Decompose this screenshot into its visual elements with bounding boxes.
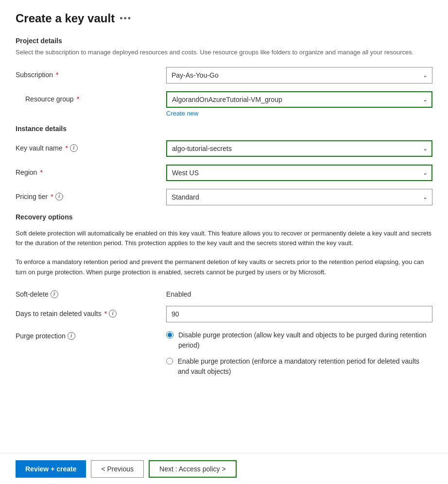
region-select[interactable]: West US xyxy=(166,165,432,181)
pricing-tier-required: * xyxy=(51,193,53,200)
next-button[interactable]: Next : Access policy > xyxy=(149,460,237,478)
key-vault-name-label: Key vault name xyxy=(16,144,63,152)
soft-delete-info-icon[interactable]: i xyxy=(51,290,58,298)
purge-protection-info-icon[interactable]: i xyxy=(68,332,75,340)
project-details-desc: Select the subscription to manage deploy… xyxy=(16,48,432,57)
days-retain-input[interactable] xyxy=(166,306,432,322)
region-label: Region xyxy=(16,168,37,176)
purge-disable-label: Disable purge protection (allow key vaul… xyxy=(178,330,432,350)
page-title: Create a key vault xyxy=(16,12,115,25)
purge-protection-label: Purge protection xyxy=(16,332,66,340)
key-vault-name-info-icon[interactable]: i xyxy=(70,144,78,152)
pricing-tier-info-icon[interactable]: i xyxy=(55,193,63,200)
region-required: * xyxy=(40,168,42,176)
resource-group-required: * xyxy=(77,95,79,103)
purge-disable-radio[interactable] xyxy=(166,331,173,339)
key-vault-name-select[interactable]: algo-tutorial-secrets xyxy=(166,140,432,157)
subscription-required: * xyxy=(56,71,58,79)
days-retain-info-icon[interactable]: i xyxy=(109,310,117,317)
resource-group-label: Resource group xyxy=(25,95,74,103)
recovery-options-title: Recovery options xyxy=(16,213,432,221)
subscription-select[interactable]: Pay-As-You-Go xyxy=(166,67,432,83)
instance-details-title: Instance details xyxy=(16,125,432,133)
subscription-label: Subscription xyxy=(16,71,53,79)
review-create-button[interactable]: Review + create xyxy=(16,460,86,478)
pricing-tier-select[interactable]: Standard xyxy=(166,189,432,205)
purge-enable-radio[interactable] xyxy=(166,357,173,365)
resource-group-select[interactable]: AlgorandOnAzureTutorial-VM_group xyxy=(166,91,432,108)
pricing-tier-label: Pricing tier xyxy=(16,193,48,200)
create-new-link[interactable]: Create new xyxy=(166,110,198,117)
purge-enable-label: Enable purge protection (enforce a manda… xyxy=(178,356,432,377)
days-retain-required: * xyxy=(104,310,107,317)
days-retain-label: Days to retain deleted vaults xyxy=(16,310,102,317)
key-vault-name-required: * xyxy=(66,144,68,152)
recovery-desc-1: Soft delete protection will automaticall… xyxy=(16,229,432,249)
project-details-title: Project details xyxy=(16,37,432,45)
purge-enable-option[interactable]: Enable purge protection (enforce a manda… xyxy=(166,356,432,377)
recovery-desc-2: To enforce a mandatory retention period … xyxy=(16,257,432,278)
footer-bar: Review + create < Previous Next : Access… xyxy=(0,453,448,484)
previous-button[interactable]: < Previous xyxy=(91,460,144,478)
soft-delete-value: Enabled xyxy=(166,286,432,298)
more-options-icon[interactable]: ••• xyxy=(120,14,132,24)
purge-disable-option[interactable]: Disable purge protection (allow key vaul… xyxy=(166,330,432,350)
purge-protection-radio-group: Disable purge protection (allow key vaul… xyxy=(166,330,432,377)
soft-delete-label: Soft-delete xyxy=(16,290,49,298)
